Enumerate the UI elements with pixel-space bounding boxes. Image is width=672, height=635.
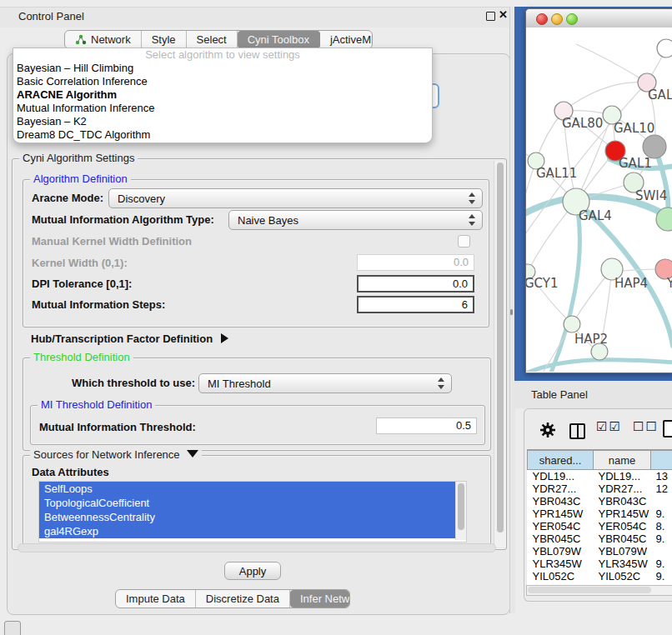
table-cell: YPR145W xyxy=(594,508,651,520)
mi-type-combobox[interactable]: Naive Bayes xyxy=(228,210,483,230)
zoom-traffic-light-icon[interactable] xyxy=(566,13,578,25)
network-node[interactable] xyxy=(591,343,608,360)
dropdown-item[interactable]: Basic Correlation Inference xyxy=(13,75,432,88)
data-attribute-item[interactable]: SelfLoops xyxy=(39,482,456,496)
splitter-grip xyxy=(510,309,513,315)
tab-jactivemnodules[interactable]: jActiveMNodules xyxy=(320,31,373,48)
network-node[interactable] xyxy=(643,135,666,158)
table-horizontal-scrollbar[interactable] xyxy=(526,585,672,596)
table-cell: YIL052C xyxy=(528,570,594,582)
dpi-tolerance-field[interactable]: 0.0 xyxy=(357,275,474,292)
kernel-width-field[interactable]: 0.0 xyxy=(357,254,474,271)
checked-boxes-icon[interactable]: ☑☑ xyxy=(596,419,622,434)
unchecked-boxes-icon[interactable]: ☐☐ xyxy=(633,419,659,434)
mi-threshold-group: MI Threshold Definition Mutual Informati… xyxy=(30,405,485,445)
column-header-shared-name[interactable]: shared... xyxy=(528,451,594,470)
float-window-icon[interactable] xyxy=(486,12,495,21)
table-panel-body: ☑☑ ☐☐ shared... name YDL19...YDL19...13Y… xyxy=(524,408,672,602)
tab-infer-network[interactable]: Infer Network xyxy=(290,590,350,608)
screenshot-root: Control Panel ✕ Network Style Select Cyn… xyxy=(0,0,672,635)
table-cell: YBL079W xyxy=(528,545,594,558)
dropdown-item[interactable]: Bayesian – Hill Climbing xyxy=(13,62,432,75)
table-cell: YBR043C xyxy=(528,495,594,508)
table-row[interactable]: YDR27...YDR27...12 xyxy=(528,482,672,495)
tab-network[interactable]: Network xyxy=(65,31,142,48)
data-attribute-item[interactable]: gal4RGexp xyxy=(39,524,456,538)
mi-steps-label: Mutual Information Steps: xyxy=(32,298,165,311)
dropdown-placeholder: Select algorithm to view settings xyxy=(13,48,432,62)
dropdown-item[interactable]: ARACNE Algorithm xyxy=(13,88,432,102)
table-cell: 13 xyxy=(651,470,672,483)
apply-button[interactable]: Apply xyxy=(224,562,281,580)
network-node[interactable] xyxy=(564,316,580,332)
column-header-name[interactable]: name xyxy=(594,451,651,470)
kernel-width-label: Kernel Width (0,1): xyxy=(32,257,128,269)
network-canvas[interactable]: GALGAL80GAL10GAL1GAL11SWI4GAL4GCY1HAP4YH… xyxy=(526,28,672,372)
data-attribute-item[interactable]: TopologicalCoefficient xyxy=(39,496,456,510)
data-attributes-list[interactable]: SelfLoopsTopologicalCoefficientBetweenne… xyxy=(38,481,467,542)
network-icon xyxy=(75,34,87,45)
node-table[interactable]: shared... name YDL19...YDL19...13YDR27..… xyxy=(527,449,672,587)
column-header-cut[interactable] xyxy=(651,451,672,470)
data-attribute-item[interactable]: BetweennessCentrality xyxy=(39,510,456,524)
table-cell: YBR045C xyxy=(528,532,594,545)
gear-icon[interactable] xyxy=(539,422,556,438)
column-layout-icon[interactable] xyxy=(569,423,585,439)
network-node-label: GAL1 xyxy=(619,156,652,171)
table-row[interactable]: YDL19...YDL19...13 xyxy=(528,470,672,483)
network-node-label: GCY1 xyxy=(526,276,559,291)
dropdown-item[interactable]: Bayesian – K2 xyxy=(13,115,432,128)
mi-steps-field[interactable]: 6 xyxy=(357,296,474,313)
document-icon[interactable] xyxy=(663,420,672,438)
tab-select[interactable]: Select xyxy=(187,31,238,48)
table-row[interactable]: YPR145WYPR145W9. xyxy=(528,508,672,520)
stepper-icon xyxy=(438,378,445,389)
minimize-traffic-light-icon[interactable] xyxy=(551,13,563,25)
table-cell: YDL19... xyxy=(594,470,651,483)
table-cell xyxy=(651,495,672,508)
network-node[interactable] xyxy=(657,39,672,58)
table-cell: YLR345W xyxy=(594,558,651,570)
table-scrollbar-thumb[interactable] xyxy=(528,587,651,593)
table-row[interactable]: YBL079WYBL079W xyxy=(528,545,672,558)
table-row[interactable]: YBR045CYBR045C9. xyxy=(528,532,672,545)
table-row[interactable]: YBR043CYBR043C xyxy=(528,495,672,508)
sources-group: Sources for Network Inference Data Attri… xyxy=(23,455,491,545)
close-traffic-light-icon[interactable] xyxy=(536,13,548,25)
sources-group-title[interactable]: Sources for Network Inference xyxy=(30,449,202,461)
network-window-titlebar[interactable] xyxy=(526,9,672,28)
bottom-left-button[interactable] xyxy=(4,621,21,635)
network-node-label: HAP4 xyxy=(614,276,648,291)
attributes-list-scrollbar[interactable] xyxy=(455,482,466,540)
settings-horizontal-scrollbar[interactable] xyxy=(18,543,496,552)
network-edge-thick xyxy=(526,360,672,372)
manual-kernel-checkbox[interactable] xyxy=(458,235,470,248)
aracne-mode-combobox[interactable]: Discovery xyxy=(108,188,483,208)
settings-scrollbar-thumb[interactable] xyxy=(497,162,504,532)
cyni-algorithm-settings-group: Cyni Algorithm Settings Algorithm Defini… xyxy=(12,158,507,550)
threshold-definition-group: Threshold Definition Which threshold to … xyxy=(23,358,491,451)
table-cell: 9. xyxy=(651,508,672,520)
table-row[interactable]: YLR345WYLR345W9. xyxy=(528,558,672,570)
dropdown-item[interactable]: Mutual Information Inference xyxy=(13,102,432,115)
hub-definition-toggle[interactable]: Hub/Transcription Factor Definition xyxy=(31,332,228,345)
manual-kernel-label: Manual Kernel Width Definition xyxy=(32,235,192,248)
control-panel-tabs: Network Style Select Cyni Toolbox jActiv… xyxy=(64,30,373,49)
stepper-icon xyxy=(469,192,476,204)
tab-cyni-toolbox[interactable]: Cyni Toolbox xyxy=(238,31,320,48)
tab-style[interactable]: Style xyxy=(142,31,187,48)
tab-discretize-data[interactable]: Discretize Data xyxy=(196,590,290,608)
dropdown-item[interactable]: Dream8 DC_TDC Algorithm xyxy=(13,128,432,142)
table-row[interactable]: YER054CYER054C8. xyxy=(528,520,672,532)
settings-group-title: Cyni Algorithm Settings xyxy=(19,152,138,164)
table-row[interactable]: YIL052CYIL052C9. xyxy=(528,570,672,582)
which-threshold-combobox[interactable]: MI Threshold xyxy=(198,373,452,393)
tab-impute-data[interactable]: Impute Data xyxy=(116,590,196,608)
table-cell xyxy=(651,545,672,558)
collapse-arrow-icon xyxy=(221,333,228,343)
close-window-icon[interactable]: ✕ xyxy=(499,8,508,21)
network-node-label: Y xyxy=(666,276,672,291)
algorithm-dropdown-list: Select algorithm to view settings Bayesi… xyxy=(13,48,433,143)
settings-vertical-scrollbar[interactable] xyxy=(494,161,505,548)
mi-threshold-field[interactable]: 0.5 xyxy=(376,418,477,434)
